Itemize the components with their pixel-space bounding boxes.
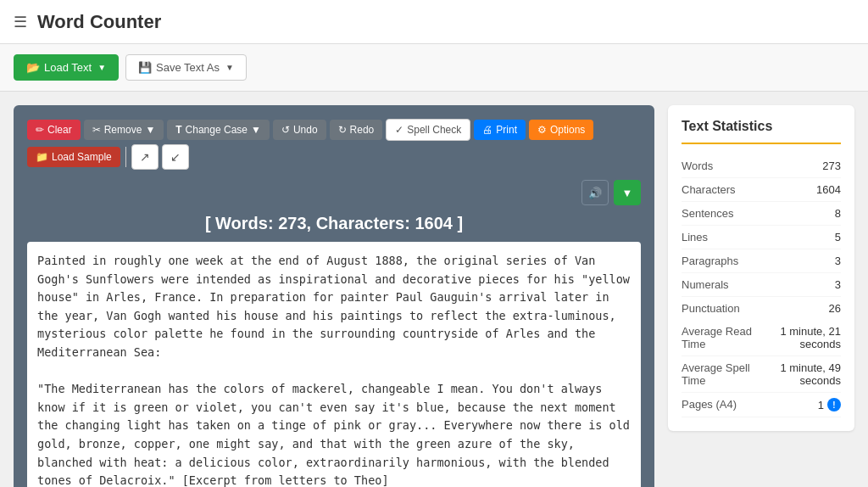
load-icon: 📂 bbox=[26, 61, 40, 74]
scissors-icon: ✂ bbox=[92, 124, 101, 136]
stat-row: Punctuation26 bbox=[682, 297, 841, 320]
remove-button[interactable]: ✂ Remove ▼ bbox=[84, 120, 164, 140]
stat-value: 8 bbox=[835, 207, 841, 220]
stat-row: Numerals3 bbox=[682, 273, 841, 297]
stat-row: Paragraphs3 bbox=[682, 249, 841, 273]
save-dropdown-icon: ▼ bbox=[225, 63, 234, 72]
arrow-down-icon: ▼ bbox=[622, 187, 633, 199]
stat-value: 273 bbox=[822, 160, 841, 172]
stat-label: Paragraphs bbox=[682, 255, 738, 267]
simple-stats: Words273Characters1604Sentences8Lines5Pa… bbox=[682, 154, 841, 320]
stat-row: Characters1604 bbox=[682, 178, 841, 202]
block-stats: Average Read Time1 minute, 21 secondsAve… bbox=[682, 320, 841, 417]
editor-panel: ✏ Clear ✂ Remove ▼ T Change Case ▼ ↺ Und… bbox=[14, 105, 654, 487]
main-container: ✏ Clear ✂ Remove ▼ T Change Case ▼ ↺ Und… bbox=[0, 92, 868, 487]
remove-dropdown-icon: ▼ bbox=[145, 124, 155, 136]
top-bar: ☰ Word Counter bbox=[0, 0, 868, 44]
pencil-icon: ✏ bbox=[36, 124, 44, 136]
stat-label: Numerals bbox=[682, 278, 729, 291]
stats-panel: Text Statistics Words273Characters1604Se… bbox=[668, 105, 854, 487]
word-count-display: [ Words: 273, Characters: 1604 ] bbox=[27, 214, 641, 233]
shrink-button[interactable]: ↙ bbox=[162, 144, 189, 170]
print-button[interactable]: 🖨 Print bbox=[474, 120, 526, 140]
change-case-button[interactable]: T Change Case ▼ bbox=[167, 120, 270, 140]
redo-button[interactable]: ↻ Redo bbox=[330, 120, 383, 140]
stat-row: Words273 bbox=[682, 154, 841, 178]
gear-icon: ⚙ bbox=[537, 124, 547, 136]
stat-label: Sentences bbox=[682, 207, 733, 220]
stat-value: 26 bbox=[829, 302, 841, 315]
stat-row: Sentences8 bbox=[682, 202, 841, 226]
undo-button[interactable]: ↺ Undo bbox=[273, 120, 326, 140]
expand-button[interactable]: ↗ bbox=[131, 144, 159, 170]
stat-block-label: Average Spell Time bbox=[682, 361, 758, 387]
stat-row-block: Average Spell Time1 minute, 49 seconds bbox=[682, 356, 841, 393]
pages-value: 1 bbox=[818, 399, 824, 411]
folder-icon: 📁 bbox=[36, 151, 48, 163]
stat-row-block: Pages (A4)1! bbox=[682, 393, 841, 417]
redo-icon: ↻ bbox=[338, 124, 347, 136]
spell-check-button[interactable]: ✓ Spell Check bbox=[386, 119, 470, 141]
stat-value: 3 bbox=[835, 255, 841, 267]
save-text-button[interactable]: 💾 Save Text As ▼ bbox=[125, 54, 247, 81]
text-editor[interactable]: Painted in roughly one week at the end o… bbox=[27, 242, 641, 487]
separator-1 bbox=[125, 147, 126, 167]
stat-block-value: 1 minute, 49 seconds bbox=[758, 361, 841, 387]
action-bar: ✏ Clear ✂ Remove ▼ T Change Case ▼ ↺ Und… bbox=[27, 119, 641, 170]
undo-icon: ↺ bbox=[281, 124, 290, 136]
stats-card: Text Statistics Words273Characters1604Se… bbox=[668, 105, 854, 431]
stat-label: Lines bbox=[682, 231, 708, 244]
clear-button[interactable]: ✏ Clear bbox=[27, 120, 81, 140]
stat-label: Words bbox=[682, 160, 713, 172]
stat-block-value: 1 minute, 21 seconds bbox=[758, 325, 841, 350]
save-icon: 💾 bbox=[138, 61, 152, 74]
load-text-label: Load Text bbox=[44, 61, 92, 74]
stat-value: 3 bbox=[835, 278, 841, 291]
stat-value: 1604 bbox=[816, 183, 841, 196]
go-button[interactable]: ▼ bbox=[614, 180, 641, 205]
expand-icon: ↗ bbox=[140, 150, 150, 164]
shrink-icon: ↙ bbox=[170, 150, 181, 164]
stat-value: 5 bbox=[835, 231, 841, 244]
load-dropdown-icon: ▼ bbox=[97, 63, 106, 72]
hamburger-icon[interactable]: ☰ bbox=[14, 13, 27, 31]
load-sample-button[interactable]: 📁 Load Sample bbox=[27, 147, 120, 167]
load-text-button[interactable]: 📂 Load Text ▼ bbox=[14, 54, 119, 81]
options-button[interactable]: ⚙ Options bbox=[529, 120, 593, 140]
change-case-dropdown-icon: ▼ bbox=[251, 124, 261, 136]
stat-label: Characters bbox=[682, 183, 736, 196]
volume-icon: 🔊 bbox=[588, 187, 602, 199]
text-case-icon: T bbox=[175, 124, 181, 136]
info-badge: ! bbox=[827, 398, 841, 411]
stats-title: Text Statistics bbox=[682, 119, 841, 144]
stat-block-label: Pages (A4) bbox=[682, 398, 737, 411]
check-icon: ✓ bbox=[395, 124, 403, 136]
volume-button[interactable]: 🔊 bbox=[581, 180, 609, 205]
save-text-label: Save Text As bbox=[156, 61, 220, 74]
stat-block-label: Average Read Time bbox=[682, 325, 758, 350]
stat-row-block: Average Read Time1 minute, 21 seconds bbox=[682, 320, 841, 356]
toolbar-row: 📂 Load Text ▼ 💾 Save Text As ▼ bbox=[0, 44, 868, 92]
stat-row: Lines5 bbox=[682, 226, 841, 249]
stat-label: Punctuation bbox=[682, 302, 740, 315]
app-title: Word Counter bbox=[37, 11, 161, 33]
printer-icon: 🖨 bbox=[482, 124, 492, 136]
